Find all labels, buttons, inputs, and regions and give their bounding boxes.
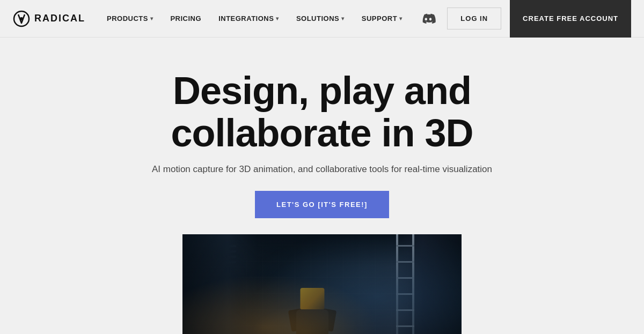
hero-section: Design, play and collaborate in 3D AI mo…	[0, 38, 644, 334]
nav-item-solutions[interactable]: SOLUTIONS ▾	[296, 14, 345, 23]
nav-item-pricing[interactable]: PRICING	[170, 14, 201, 23]
logo-link[interactable]: RADiCAL	[13, 10, 85, 27]
svg-point-1	[20, 17, 23, 20]
nav-products-label: PRODUCTS	[107, 14, 148, 23]
nav-solutions-label: SOLUTIONS	[296, 14, 339, 23]
discord-button[interactable]	[419, 9, 438, 28]
logo-text: RADiCAL	[34, 13, 85, 24]
nav-actions: LOG IN CREATE FREE ACCOUNT	[419, 0, 631, 38]
image-overlay	[182, 234, 462, 334]
nav-item-products[interactable]: PRODUCTS ▾	[107, 14, 153, 23]
hero-subtitle: AI motion capture for 3D animation, and …	[152, 164, 492, 175]
hero-title: Design, play and collaborate in 3D	[80, 70, 564, 154]
nav-integrations-label: INTEGRATIONS	[218, 14, 274, 23]
nav-support-label: SUPPORT	[362, 14, 397, 23]
logo-icon	[13, 10, 30, 27]
chevron-down-icon: ▾	[341, 16, 345, 21]
navbar: RADiCAL PRODUCTS ▾ PRICING INTEGRATIONS …	[0, 0, 644, 38]
nav-links: PRODUCTS ▾ PRICING INTEGRATIONS ▾ SOLUTI…	[107, 14, 419, 23]
chevron-down-icon: ▾	[276, 16, 279, 21]
cta-button[interactable]: LET'S GO [IT'S FREE!]	[255, 191, 389, 218]
hero-image-bg	[182, 234, 462, 334]
nav-pricing-label: PRICING	[170, 14, 201, 23]
discord-icon	[421, 11, 436, 26]
nav-item-support[interactable]: SUPPORT ▾	[362, 14, 402, 23]
chevron-down-icon: ▾	[150, 16, 153, 21]
chevron-down-icon: ▾	[399, 16, 402, 21]
login-button[interactable]: LOG IN	[447, 8, 501, 29]
create-account-button[interactable]: CREATE FREE ACCOUNT	[510, 0, 631, 38]
nav-item-integrations[interactable]: INTEGRATIONS ▾	[218, 14, 279, 23]
hero-image	[182, 234, 462, 334]
